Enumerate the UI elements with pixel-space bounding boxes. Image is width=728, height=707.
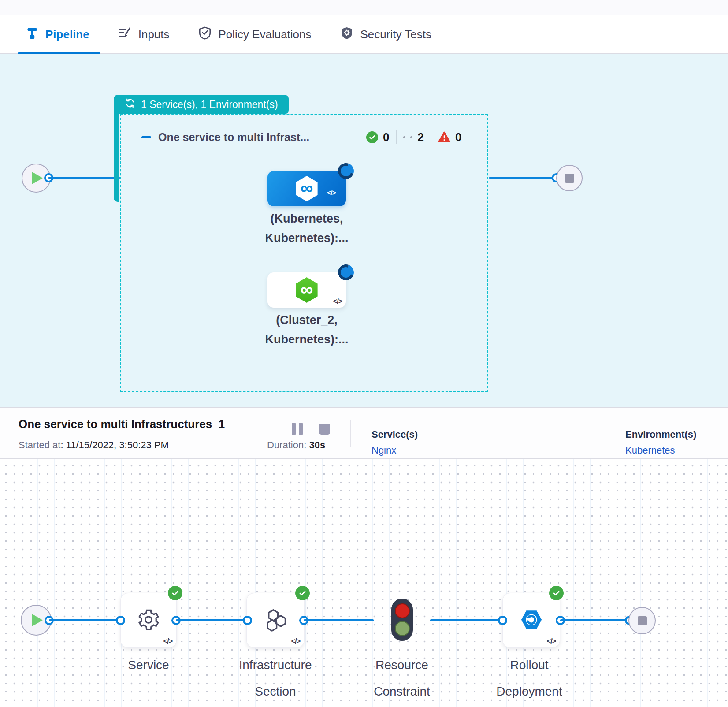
pipeline-execution-page: Pipeline Inputs Policy Evaluations Secur…: [0, 0, 728, 707]
services-label: Service(s): [371, 429, 418, 440]
pause-icon: [292, 423, 296, 435]
harness-service-icon: ∞: [294, 176, 319, 201]
code-icon: </>: [327, 189, 342, 204]
success-badge: [549, 586, 564, 600]
rollout-deployment-icon: [519, 607, 544, 634]
failed-count-icon: [438, 131, 450, 143]
step-resource-constraint[interactable]: [391, 599, 413, 641]
shield-gear-icon: [340, 26, 354, 43]
inputs-icon: [118, 26, 132, 43]
step-label: Section: [227, 685, 324, 699]
shield-check-icon: [198, 26, 212, 43]
matrix-node-cluster2[interactable]: ∞ </>: [267, 272, 346, 308]
edge: [304, 619, 374, 621]
tab-security-tests-label: Security Tests: [360, 28, 431, 41]
running-dot: [410, 136, 412, 138]
divider: [396, 130, 397, 144]
environment-link[interactable]: Kubernetes: [625, 445, 675, 456]
step-service[interactable]: </>: [120, 593, 177, 648]
code-icon: </>: [547, 637, 556, 645]
edge: [48, 177, 120, 179]
pipeline-icon: [26, 26, 39, 43]
code-icon: </>: [333, 298, 342, 305]
stop-icon: [638, 616, 647, 625]
top-strip: [0, 0, 728, 15]
execution-graph-canvas: </> </>: [0, 459, 728, 707]
success-badge: [295, 586, 310, 600]
stage-group-title: One service to multi Infrast...: [158, 131, 309, 144]
matrix-badge-tail: [114, 113, 119, 202]
step-rollout-deployment[interactable]: </>: [502, 593, 560, 648]
success-count-icon: [366, 131, 378, 143]
matrix-badge[interactable]: 1 Service(s), 1 Environment(s): [114, 95, 289, 114]
step-label: Deployment: [481, 685, 578, 699]
failed-count: 0: [455, 130, 461, 144]
stage-status-counts: 0 2 0: [366, 130, 461, 144]
tab-security-tests[interactable]: Security Tests: [340, 26, 431, 43]
loop-icon: [124, 97, 136, 112]
matrix-node-kubernetes[interactable]: ∞ </>: [267, 171, 346, 206]
success-count: 0: [383, 130, 389, 144]
running-count: 2: [417, 130, 423, 144]
collapse-stage-button[interactable]: [141, 136, 151, 138]
execution-status-bar: One service to multi Infrastructures_1 S…: [0, 407, 728, 459]
step-label: Service: [100, 658, 197, 672]
edge: [430, 619, 502, 621]
step-label: Infrastructure: [227, 658, 324, 672]
stop-button[interactable]: [319, 424, 330, 435]
harness-environment-icon: ∞: [294, 277, 319, 303]
traffic-light-red: [395, 603, 410, 618]
matrix-node-label: Kubernetes):...: [241, 333, 373, 346]
step-label: Rollout: [481, 658, 578, 672]
stop-icon: [565, 174, 574, 183]
code-icon: </>: [291, 637, 300, 645]
started-at: Started at: 11/15/2022, 3:50:23 PM: [19, 439, 169, 451]
running-dot: [403, 136, 405, 138]
edge: [49, 619, 120, 621]
tab-policy-evaluations-label: Policy Evaluations: [219, 28, 312, 41]
success-badge: [168, 586, 182, 600]
tab-inputs[interactable]: Inputs: [118, 26, 170, 43]
step-label: Constraint: [353, 685, 450, 699]
stage-graph-canvas: 1 Service(s), 1 Environment(s) One servi…: [0, 54, 728, 407]
tab-pipeline-label: Pipeline: [45, 28, 89, 41]
edge: [489, 177, 553, 179]
pipeline-end-node: [556, 165, 583, 191]
divider: [350, 420, 351, 447]
divider: [431, 130, 431, 144]
edge: [176, 619, 247, 621]
step-label: Resource: [353, 658, 450, 672]
connector-dot: [116, 616, 125, 625]
matrix-node-label: (Kubernetes,: [241, 212, 373, 226]
connector-dot: [243, 616, 252, 625]
tab-pipeline[interactable]: Pipeline: [26, 26, 89, 43]
play-icon: [32, 614, 43, 626]
tab-bar: Pipeline Inputs Policy Evaluations Secur…: [0, 15, 728, 54]
connector-dot: [498, 616, 507, 625]
matrix-node-label: (Cluster_2,: [241, 313, 373, 327]
environments-label: Environment(s): [625, 429, 696, 440]
matrix-badge-label: 1 Service(s), 1 Environment(s): [141, 99, 278, 111]
stage-title: One service to multi Infrastructures_1: [19, 417, 225, 431]
step-infrastructure-section[interactable]: </>: [246, 593, 305, 648]
tab-policy-evaluations[interactable]: Policy Evaluations: [198, 26, 312, 43]
pause-icon: [299, 423, 303, 435]
tab-inputs-label: Inputs: [138, 28, 170, 41]
execution-end-node: [628, 607, 656, 634]
duration: Duration: 30s: [267, 439, 325, 451]
matrix-node-label: Kubernetes):...: [241, 231, 373, 245]
service-link[interactable]: Nginx: [371, 445, 396, 456]
code-icon: </>: [163, 637, 172, 645]
traffic-light-green: [395, 621, 410, 636]
play-icon: [32, 172, 43, 184]
hexagons-icon: [263, 607, 288, 634]
gear-icon: [136, 607, 161, 634]
edge: [560, 619, 629, 621]
matrix-stage-group: One service to multi Infrast... 0 2 0: [120, 114, 488, 392]
pause-button[interactable]: [292, 423, 303, 435]
